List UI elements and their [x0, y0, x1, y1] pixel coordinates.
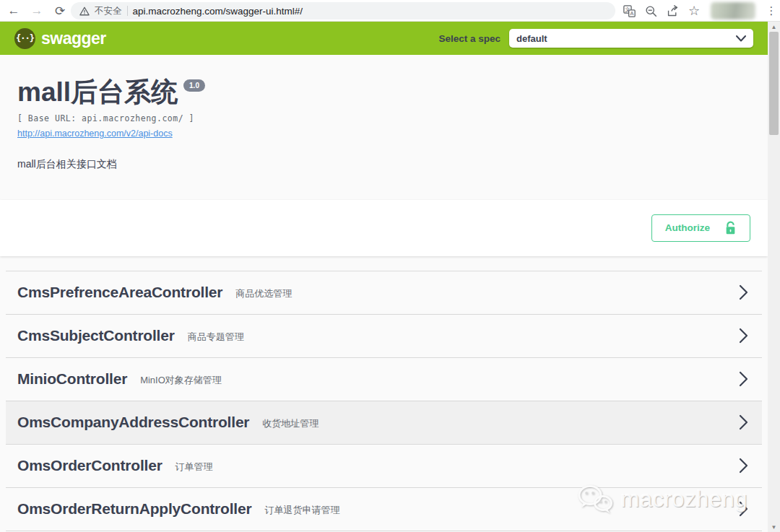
- refresh-icon[interactable]: ⟳: [51, 0, 69, 22]
- swagger-topbar: {··} swagger Select a spec default: [0, 22, 768, 55]
- ssl-warning-icon[interactable]: [79, 6, 90, 16]
- api-info-section: mall后台系统 1.0 [ Base URL: api.macrozheng.…: [0, 55, 768, 187]
- controller-name: MinioController: [17, 370, 127, 388]
- controller-description: 订单退货申请管理: [264, 504, 339, 517]
- back-icon[interactable]: ←: [4, 0, 23, 22]
- address-bar[interactable]: 不安全 api.macrozheng.com/swagger-ui.html#/: [71, 2, 615, 19]
- authorize-button[interactable]: Authorize: [651, 214, 750, 242]
- controller-row[interactable]: CmsSubjectController 商品专题管理: [6, 315, 762, 358]
- chevron-right-icon[interactable]: [738, 501, 749, 517]
- chevron-right-icon[interactable]: [738, 328, 749, 344]
- translate-icon[interactable]: 文 A: [620, 0, 638, 22]
- page-title: mall后台系统: [17, 78, 178, 108]
- controller-description: 收货地址管理: [262, 417, 318, 430]
- controller-name: CmsSubjectController: [17, 327, 175, 344]
- svg-text:A: A: [630, 10, 633, 17]
- page-scrollbar[interactable]: ▲ ▼: [768, 22, 780, 532]
- forward-icon[interactable]: →: [27, 0, 46, 22]
- controller-description: 订单管理: [176, 461, 213, 474]
- controller-description: MinIO对象存储管理: [140, 374, 222, 387]
- page-viewport: {··} swagger Select a spec default mall后…: [0, 22, 780, 532]
- swagger-logo-icon: {··}: [14, 28, 35, 49]
- url-text[interactable]: api.macrozheng.com/swagger-ui.html#/: [133, 6, 303, 17]
- controller-name: OmsCompanyAddressController: [17, 414, 249, 431]
- scrollbar-thumb[interactable]: [769, 32, 779, 135]
- controller-name: CmsPrefrenceAreaController: [17, 284, 222, 301]
- swagger-page: {··} swagger Select a spec default mall后…: [0, 22, 768, 532]
- chevron-down-icon: [736, 35, 746, 42]
- swagger-brand-text: swagger: [41, 29, 106, 48]
- controller-description: 商品专题管理: [188, 331, 244, 344]
- profile-avatar[interactable]: [711, 2, 755, 19]
- browser-toolbar: ← → ⟳ 不安全 api.macrozheng.com/swagger-ui.…: [0, 0, 780, 22]
- api-description: mall后台相关接口文档: [17, 158, 750, 171]
- scrollbar-down-icon[interactable]: ▼: [768, 522, 780, 532]
- scheme-container: Authorize: [0, 200, 768, 256]
- tag-list: CmsPrefrenceAreaController 商品优选管理 CmsSub…: [6, 271, 762, 531]
- scrollbar-up-icon[interactable]: ▲: [768, 22, 780, 32]
- zoom-out-icon[interactable]: [641, 0, 660, 22]
- swagger-logo: {··} swagger: [14, 28, 106, 49]
- controller-row[interactable]: CmsPrefrenceAreaController 商品优选管理: [6, 271, 762, 315]
- chevron-right-icon[interactable]: [738, 414, 749, 430]
- api-docs-link[interactable]: http://api.macrozheng.com/v2/api-docs: [17, 128, 173, 139]
- controller-description: 商品优选管理: [235, 287, 292, 300]
- controller-row[interactable]: MinioController MinIO对象存储管理: [6, 358, 762, 401]
- controller-row[interactable]: OmsOrderReturnApplyController 订单退货申请管理: [6, 488, 762, 531]
- chevron-right-icon[interactable]: [738, 284, 749, 300]
- bookmark-star-icon[interactable]: ☆: [685, 0, 703, 22]
- share-icon[interactable]: [663, 0, 682, 22]
- omnibox-separator: [127, 6, 128, 16]
- controller-name: OmsOrderController: [17, 457, 162, 474]
- version-badge: 1.0: [183, 79, 205, 92]
- chevron-right-icon[interactable]: [738, 458, 749, 474]
- unlock-icon: [724, 221, 737, 235]
- authorize-label: Authorize: [665, 222, 710, 233]
- controller-row[interactable]: OmsOrderController 订单管理: [6, 445, 762, 488]
- base-url: [ Base URL: api.macrozheng.com/ ]: [17, 113, 750, 123]
- chevron-right-icon[interactable]: [738, 371, 749, 387]
- select-spec-label: Select a spec: [438, 33, 500, 44]
- browser-menu-icon[interactable]: ⋮: [763, 0, 780, 22]
- controller-row[interactable]: OmsCompanyAddressController 收货地址管理: [6, 401, 762, 445]
- security-label: 不安全: [95, 5, 122, 17]
- spec-select-dropdown[interactable]: default: [509, 29, 753, 48]
- controller-name: OmsOrderReturnApplyController: [17, 500, 251, 518]
- spec-select-value: default: [516, 33, 547, 44]
